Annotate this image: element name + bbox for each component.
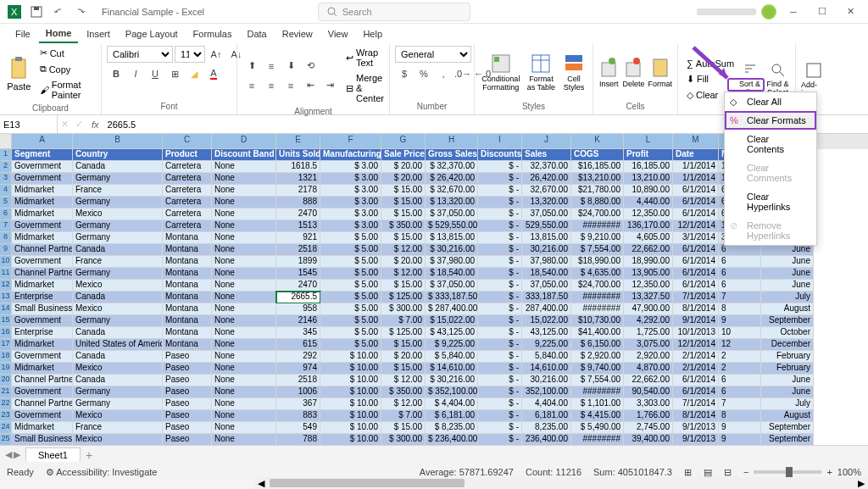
align-middle-icon[interactable]: ≡ <box>262 58 281 75</box>
cell[interactable]: None <box>212 351 276 363</box>
cell[interactable]: July <box>761 292 814 303</box>
cell[interactable]: Carretera <box>163 197 212 208</box>
cell[interactable]: $ 5,490.00 <box>571 422 624 434</box>
cell[interactable]: 1/1/2014 <box>673 173 719 185</box>
delete-button[interactable]: Delete <box>622 47 644 99</box>
cell[interactable]: None <box>212 173 276 185</box>
cell[interactable]: $ 10.00 <box>320 434 381 445</box>
cell[interactable]: 18,540.00 <box>522 268 571 280</box>
format-painter-button[interactable]: 🖌Format Painter <box>36 78 96 102</box>
cell[interactable]: $ 13,815.00 <box>426 232 478 244</box>
cell[interactable]: $ 20.00 <box>381 256 426 268</box>
cell[interactable]: France <box>73 422 163 434</box>
cell[interactable]: $ 13,320.00 <box>426 197 478 208</box>
close-button[interactable]: ✕ <box>839 3 863 21</box>
cell[interactable]: $ - <box>478 410 522 422</box>
cell[interactable]: 12,350.00 <box>624 280 673 292</box>
cell[interactable]: None <box>212 339 276 351</box>
cell[interactable]: 6/1/2014 <box>673 244 719 256</box>
cell[interactable]: Montana <box>163 256 212 268</box>
cell[interactable]: Canada <box>73 161 163 173</box>
cell[interactable]: $ - <box>478 197 522 208</box>
cell[interactable]: $ 7.00 <box>381 410 426 422</box>
cell[interactable]: Government <box>12 256 73 268</box>
cell[interactable]: Canada <box>73 351 163 363</box>
horizontal-scrollbar[interactable]: ◀ ▶ <box>254 477 868 489</box>
cell[interactable]: 2 <box>719 351 761 363</box>
cell[interactable]: $ 6,181.00 <box>426 410 478 422</box>
cell[interactable]: $ 5.00 <box>320 315 381 327</box>
menu-home[interactable]: Home <box>39 25 79 43</box>
cell[interactable]: 37,050.00 <box>522 208 571 220</box>
scroll-thumb[interactable] <box>270 479 465 487</box>
cell[interactable]: 2,920.00 <box>624 351 673 363</box>
cell[interactable]: 7 <box>719 398 761 410</box>
merge-center-button[interactable]: ⊟Merge & Center <box>342 71 387 105</box>
cell[interactable]: 9 <box>719 434 761 445</box>
cell[interactable]: 6/1/2014 <box>673 256 719 268</box>
cell[interactable]: Midmarket <box>12 422 73 434</box>
cell[interactable]: $10,730.00 <box>571 315 624 327</box>
cell[interactable]: None <box>212 185 276 197</box>
cell[interactable]: Carretera <box>163 220 212 232</box>
cell[interactable]: $ 10.00 <box>320 386 381 398</box>
cell[interactable]: 9,225.00 <box>522 339 571 351</box>
cell[interactable]: None <box>212 232 276 244</box>
cell[interactable]: Government <box>12 410 73 422</box>
col-header[interactable]: J <box>522 134 571 149</box>
user-avatar[interactable] <box>761 4 776 19</box>
indent-right-icon[interactable]: ⇥ <box>320 77 339 94</box>
align-right-icon[interactable]: ≡ <box>281 77 300 94</box>
cell[interactable]: $ 12.00 <box>381 375 426 386</box>
cell[interactable]: Montana <box>163 315 212 327</box>
cell[interactable]: $ - <box>478 351 522 363</box>
cell[interactable]: $ 5.00 <box>320 256 381 268</box>
cell[interactable]: Midmarket <box>12 232 73 244</box>
cell[interactable]: Carretera <box>163 173 212 185</box>
cell[interactable]: June <box>761 256 814 268</box>
row-header[interactable]: 21 <box>0 386 12 398</box>
cell[interactable]: Small Business <box>12 434 73 445</box>
cell[interactable]: $ 300.00 <box>381 434 426 445</box>
cell[interactable]: 888 <box>276 197 320 208</box>
cell[interactable]: 4,440.00 <box>624 197 673 208</box>
cell[interactable]: 26,420.00 <box>522 173 571 185</box>
cell[interactable]: ######## <box>571 386 624 398</box>
cell[interactable]: $ 15.00 <box>381 185 426 197</box>
cell[interactable]: None <box>212 292 276 303</box>
cell[interactable]: None <box>212 434 276 445</box>
cell[interactable]: None <box>212 327 276 339</box>
cell[interactable]: $ 8,880.00 <box>571 197 624 208</box>
cell[interactable]: None <box>212 280 276 292</box>
cell[interactable]: 1006 <box>276 386 320 398</box>
cell[interactable]: 12 <box>719 339 761 351</box>
cell[interactable]: $ - <box>478 161 522 173</box>
cell[interactable]: 549 <box>276 422 320 434</box>
row-header[interactable]: 19 <box>0 363 12 375</box>
header-cell[interactable]: Sales <box>522 149 571 161</box>
cell[interactable]: Montana <box>163 268 212 280</box>
cell[interactable]: 39,400.00 <box>624 434 673 445</box>
cell[interactable]: $ 3.00 <box>320 197 381 208</box>
cell[interactable]: September <box>761 315 814 327</box>
cell[interactable]: June <box>761 386 814 398</box>
cell[interactable]: Small Business <box>12 303 73 315</box>
cell[interactable]: Channel Partners <box>12 375 73 386</box>
cell[interactable]: None <box>212 244 276 256</box>
col-header[interactable]: C <box>163 134 212 149</box>
cell[interactable]: $ - <box>478 173 522 185</box>
cell[interactable]: 2178 <box>276 185 320 197</box>
cell[interactable]: $ 125.00 <box>381 327 426 339</box>
menu-data[interactable]: Data <box>240 25 273 42</box>
cell[interactable]: Canada <box>73 327 163 339</box>
cell[interactable]: 10,890.00 <box>624 185 673 197</box>
cell[interactable]: $ 15,022.00 <box>426 315 478 327</box>
cell[interactable]: Germany <box>73 386 163 398</box>
cell[interactable]: $ 20.00 <box>381 161 426 173</box>
cell[interactable]: 1545 <box>276 268 320 280</box>
cell[interactable]: 883 <box>276 410 320 422</box>
sheet-tab[interactable]: Sheet1 <box>25 447 81 462</box>
cell[interactable]: 6/1/2014 <box>673 386 719 398</box>
cell[interactable]: $ 5.00 <box>320 232 381 244</box>
cell[interactable]: ######## <box>571 292 624 303</box>
